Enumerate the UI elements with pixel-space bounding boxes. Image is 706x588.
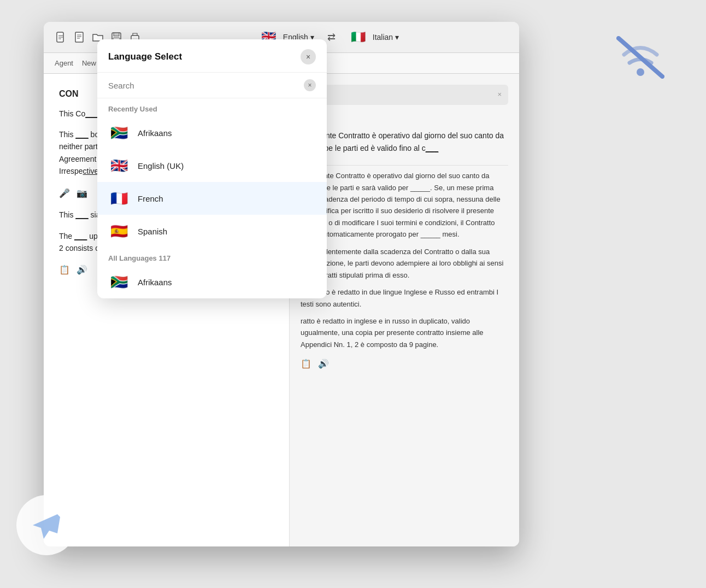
agent-menu[interactable]: Agent [55, 59, 73, 67]
right-panel-bottom-icons: 📋 🔊 [301, 357, 508, 371]
right-panel-header: × 🔍 [301, 85, 508, 105]
new-menu[interactable]: New [82, 59, 96, 67]
spanish-flag: 🇪🇸 [108, 220, 130, 242]
spanish-name: Spanish [138, 227, 167, 236]
svg-point-7 [637, 68, 644, 76]
right-heading: CON [301, 111, 508, 130]
no-wifi-icon [613, 33, 668, 90]
svg-rect-3 [114, 33, 119, 36]
svg-rect-1 [75, 32, 83, 42]
lang-item-spanish[interactable]: 🇪🇸 Spanish [97, 215, 327, 248]
mic-icon[interactable]: 🎤 [59, 186, 70, 201]
volume-icon[interactable]: 🔊 [77, 263, 87, 277]
target-flag: 🇮🇹 [349, 27, 368, 47]
target-dropdown-arrow: ▾ [395, 33, 399, 42]
french-name: French [138, 194, 163, 203]
afrikaans-flag-all: 🇿🇦 [108, 271, 130, 293]
afrikaans-name-all: Afrikaans [138, 278, 172, 287]
english-uk-flag: 🇬🇧 [108, 155, 130, 177]
camera-icon[interactable]: 📷 [77, 186, 87, 201]
recently-used-label: Recently Used [97, 98, 327, 116]
modal-search-bar: × [97, 73, 327, 98]
search-clear-button[interactable]: × [304, 79, 316, 91]
target-language-dropdown[interactable]: Italian ▾ [373, 33, 399, 42]
right-volume-icon[interactable]: 🔊 [318, 357, 329, 371]
english-uk-name: English (UK) [138, 161, 184, 170]
right-main-text: Il presente Contratto è operativo dal gi… [301, 170, 508, 350]
language-search-input[interactable] [108, 81, 299, 90]
lang-item-afrikaans-recent[interactable]: 🇿🇦 Afrikaans [97, 116, 327, 149]
right-panel-close[interactable]: × [497, 89, 502, 101]
right-copy-icon[interactable]: 📋 [301, 357, 311, 371]
file-icon[interactable] [55, 31, 67, 43]
modal-close-button[interactable]: × [301, 49, 316, 64]
afrikaans-name-recent: Afrikaans [138, 128, 172, 138]
right-para-1: Il presente Contratto è operativo dal gi… [301, 130, 508, 154]
language-select-modal: Language Select × × Recently Used 🇿🇦 Afr… [97, 39, 327, 298]
target-language-label: Italian [373, 33, 393, 42]
document-icon[interactable] [73, 31, 85, 43]
lang-item-french[interactable]: 🇫🇷 French [97, 182, 327, 215]
lang-item-afrikaans-all[interactable]: 🇿🇦 Afrikaans [97, 266, 327, 298]
modal-title: Language Select [108, 51, 182, 62]
lang-item-english-uk[interactable]: 🇬🇧 English (UK) [97, 149, 327, 182]
french-flag: 🇫🇷 [108, 187, 130, 209]
copy-icon[interactable]: 📋 [59, 263, 70, 277]
airplane-icon [16, 495, 77, 555]
afrikaans-flag-recent: 🇿🇦 [108, 122, 130, 144]
modal-header: Language Select × [97, 39, 327, 73]
all-languages-label: All Languages 117 [97, 248, 327, 266]
target-language-selector[interactable]: 🇮🇹 Italian ▾ [349, 27, 399, 47]
swap-languages-icon[interactable]: ⇄ [327, 31, 336, 43]
